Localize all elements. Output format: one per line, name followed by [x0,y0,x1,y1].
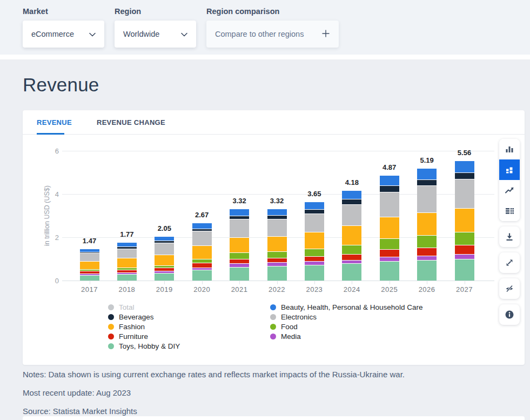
segment-food[interactable] [455,232,474,245]
segment-media[interactable] [117,272,137,275]
segment-electronics[interactable] [80,253,99,261]
bar-2019[interactable] [155,236,174,281]
segment-beauty-health-personal-household-care[interactable] [117,242,137,246]
segment-electronics[interactable] [380,192,399,217]
segment-fashion[interactable] [155,255,174,266]
legend-item-media[interactable]: Media [270,331,422,341]
segment-toys-hobby-diy[interactable] [380,261,399,281]
segment-toys-hobby-diy[interactable] [417,260,437,281]
segment-media[interactable] [80,274,99,275]
segment-media[interactable] [342,260,361,264]
segment-electronics[interactable] [155,243,174,254]
segment-electronics[interactable] [230,219,249,237]
segment-fashion[interactable] [267,236,287,251]
segment-beverages[interactable] [267,215,287,219]
segment-furniture[interactable] [342,254,361,260]
segment-beauty-health-personal-household-care[interactable] [80,249,99,252]
segment-furniture[interactable] [155,268,174,271]
bar-2024[interactable] [342,190,361,281]
segment-beauty-health-personal-household-care[interactable] [417,168,437,179]
segment-beauty-health-personal-household-care[interactable] [380,175,399,185]
segment-furniture[interactable] [117,270,137,272]
segment-media[interactable] [305,261,324,265]
segment-food[interactable] [155,265,174,268]
segment-food[interactable] [417,235,437,248]
line-chart-button[interactable] [499,180,520,201]
segment-beverages[interactable] [380,185,399,191]
segment-beverages[interactable] [155,241,174,243]
segment-furniture[interactable] [455,245,474,254]
segment-fashion[interactable] [305,232,324,248]
segment-electronics[interactable] [342,204,361,225]
segment-toys-hobby-diy[interactable] [230,267,249,281]
segment-electronics[interactable] [417,185,437,212]
segment-electronics[interactable] [267,219,287,236]
segment-electronics[interactable] [117,249,137,258]
segment-fashion[interactable] [342,225,361,245]
bar-2017[interactable] [80,249,99,281]
segment-fashion[interactable] [192,245,212,259]
segment-beverages[interactable] [455,172,474,179]
bar-2027[interactable] [455,161,474,281]
segment-toys-hobby-diy[interactable] [342,263,361,281]
bar-2020[interactable] [192,223,212,281]
legend-item-total[interactable]: Total [108,302,180,312]
segment-food[interactable] [117,268,137,270]
segment-electronics[interactable] [455,179,474,208]
segment-beverages[interactable] [192,229,212,231]
bar-2021[interactable] [230,209,249,281]
legend-item-toys-hobby-diy[interactable]: Toys, Hobby & DIY [108,341,180,351]
segment-food[interactable] [305,249,324,256]
segment-toys-hobby-diy[interactable] [267,266,287,281]
segment-electronics[interactable] [305,214,324,232]
segment-fashion[interactable] [80,261,99,269]
segment-media[interactable] [230,263,249,266]
segment-furniture[interactable] [417,248,437,256]
column-chart-button[interactable] [499,139,520,159]
legend-item-food[interactable]: Food [270,322,422,331]
bar-2023[interactable] [305,202,324,281]
segment-media[interactable] [380,257,399,261]
segment-furniture[interactable] [80,271,99,274]
segment-electronics[interactable] [192,231,212,245]
segment-toys-hobby-diy[interactable] [117,274,137,281]
legend-item-beverages[interactable]: Beverages [108,312,180,322]
legend-item-fashion[interactable]: Fashion [108,322,180,331]
segment-toys-hobby-diy[interactable] [80,275,99,281]
segment-beverages[interactable] [80,252,99,253]
segment-fashion[interactable] [380,217,399,238]
compare-regions-button[interactable]: Compare to other regions [206,21,339,48]
segment-food[interactable] [267,251,287,258]
segment-beverages[interactable] [305,209,324,214]
segment-media[interactable] [455,254,474,259]
segment-furniture[interactable] [380,249,399,257]
tab-revenue[interactable]: REVENUE [37,110,72,134]
segment-beauty-health-personal-household-care[interactable] [155,236,174,241]
segment-media[interactable] [155,271,174,273]
segment-beauty-health-personal-household-care[interactable] [305,202,324,209]
segment-furniture[interactable] [267,258,287,262]
table-view-button[interactable] [499,201,520,221]
segment-furniture[interactable] [230,259,249,264]
segment-beauty-health-personal-household-care[interactable] [342,190,361,199]
segment-beauty-health-personal-household-care[interactable] [192,223,212,229]
segment-furniture[interactable] [305,256,324,261]
segment-food[interactable] [380,238,399,250]
segment-food[interactable] [230,252,249,258]
legend-item-electronics[interactable]: Electronics [270,312,422,322]
market-dropdown[interactable]: eCommerce [23,21,104,48]
segment-fashion[interactable] [455,208,474,232]
fullscreen-button[interactable] [499,252,520,273]
bar-2025[interactable] [380,175,399,281]
segment-fashion[interactable] [230,237,249,252]
segment-food[interactable] [80,269,99,271]
segment-media[interactable] [267,262,287,266]
segment-beverages[interactable] [417,179,437,186]
hide-series-button[interactable] [499,278,520,299]
segment-beauty-health-personal-household-care[interactable] [267,209,287,215]
segment-fashion[interactable] [417,212,437,235]
region-dropdown[interactable]: Worldwide [115,21,196,48]
segment-beauty-health-personal-household-care[interactable] [455,161,474,172]
stacked-chart-button[interactable] [499,159,520,180]
segment-media[interactable] [417,256,437,260]
